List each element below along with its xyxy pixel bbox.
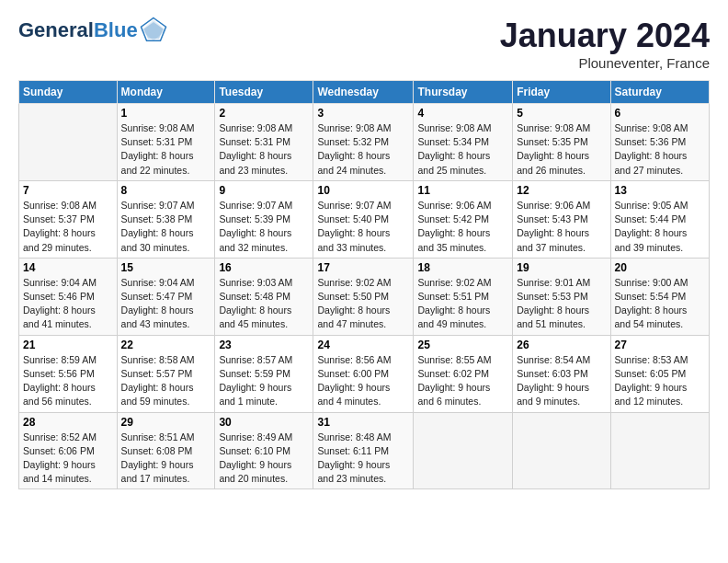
cell-content: Sunrise: 9:05 AMSunset: 5:44 PMDaylight:… — [615, 199, 705, 255]
day-number: 13 — [615, 184, 705, 197]
day-header-thursday: Thursday — [414, 81, 513, 104]
calendar-week-4: 21Sunrise: 8:59 AMSunset: 5:56 PMDayligh… — [19, 335, 710, 412]
location: Plouneventer, France — [500, 55, 710, 71]
calendar-header-row: SundayMondayTuesdayWednesdayThursdayFrid… — [19, 81, 710, 104]
calendar-cell — [414, 412, 513, 489]
calendar-cell: 17Sunrise: 9:02 AMSunset: 5:50 PMDayligh… — [313, 258, 414, 335]
logo-text: GeneralBlue — [18, 19, 138, 41]
cell-content: Sunrise: 9:02 AMSunset: 5:50 PMDaylight:… — [317, 276, 409, 332]
cell-content: Sunrise: 8:51 AMSunset: 6:08 PMDaylight:… — [121, 431, 211, 487]
calendar-cell: 28Sunrise: 8:52 AMSunset: 6:06 PMDayligh… — [19, 412, 118, 489]
day-number: 25 — [417, 339, 508, 351]
day-header-sunday: Sunday — [19, 81, 118, 104]
day-number: 21 — [23, 339, 113, 351]
day-number: 8 — [121, 184, 211, 197]
cell-content: Sunrise: 9:02 AMSunset: 5:51 PMDaylight:… — [417, 276, 508, 332]
day-number: 12 — [517, 184, 606, 197]
day-header-wednesday: Wednesday — [313, 81, 414, 104]
cell-content: Sunrise: 8:55 AMSunset: 6:02 PMDaylight:… — [417, 353, 508, 409]
day-number: 27 — [615, 339, 705, 351]
calendar-cell: 7Sunrise: 9:08 AMSunset: 5:37 PMDaylight… — [19, 180, 118, 258]
calendar-cell: 22Sunrise: 8:58 AMSunset: 5:57 PMDayligh… — [117, 335, 215, 412]
calendar-cell: 27Sunrise: 8:53 AMSunset: 6:05 PMDayligh… — [610, 335, 709, 412]
calendar-cell: 9Sunrise: 9:07 AMSunset: 5:39 PMDaylight… — [215, 180, 313, 258]
calendar-week-1: 1Sunrise: 9:08 AMSunset: 5:31 PMDaylight… — [19, 104, 710, 181]
cell-content: Sunrise: 8:54 AMSunset: 6:03 PMDaylight:… — [517, 353, 606, 409]
day-number: 1 — [121, 107, 211, 120]
day-header-saturday: Saturday — [610, 81, 709, 104]
cell-content: Sunrise: 9:01 AMSunset: 5:53 PMDaylight:… — [517, 276, 606, 332]
cell-content: Sunrise: 9:08 AMSunset: 5:35 PMDaylight:… — [517, 121, 606, 178]
calendar-cell: 10Sunrise: 9:07 AMSunset: 5:40 PMDayligh… — [313, 180, 414, 258]
day-number: 2 — [219, 107, 309, 120]
calendar-cell — [19, 104, 118, 181]
title-block: January 2024 Plouneventer, France — [500, 17, 710, 71]
page-header: GeneralBlue January 2024 Plouneventer, F… — [18, 17, 710, 71]
cell-content: Sunrise: 8:56 AMSunset: 6:00 PMDaylight:… — [317, 353, 409, 409]
day-header-tuesday: Tuesday — [215, 81, 313, 104]
cell-content: Sunrise: 9:07 AMSunset: 5:40 PMDaylight:… — [317, 199, 409, 255]
cell-content: Sunrise: 8:58 AMSunset: 5:57 PMDaylight:… — [121, 353, 211, 409]
calendar-cell: 12Sunrise: 9:06 AMSunset: 5:43 PMDayligh… — [513, 180, 610, 258]
calendar-week-3: 14Sunrise: 9:04 AMSunset: 5:46 PMDayligh… — [19, 258, 710, 335]
day-number: 15 — [121, 261, 211, 274]
calendar-cell: 20Sunrise: 9:00 AMSunset: 5:54 PMDayligh… — [610, 258, 709, 335]
calendar-cell: 3Sunrise: 9:08 AMSunset: 5:32 PMDaylight… — [313, 104, 414, 181]
cell-content: Sunrise: 9:08 AMSunset: 5:31 PMDaylight:… — [219, 121, 309, 178]
month-title: January 2024 — [500, 17, 710, 55]
calendar-body: 1Sunrise: 9:08 AMSunset: 5:31 PMDaylight… — [19, 104, 710, 489]
calendar-cell: 19Sunrise: 9:01 AMSunset: 5:53 PMDayligh… — [513, 258, 610, 335]
cell-content: Sunrise: 8:57 AMSunset: 5:59 PMDaylight:… — [219, 353, 309, 409]
day-number: 9 — [219, 184, 309, 197]
calendar-cell: 2Sunrise: 9:08 AMSunset: 5:31 PMDaylight… — [215, 104, 313, 181]
cell-content: Sunrise: 8:59 AMSunset: 5:56 PMDaylight:… — [23, 353, 113, 409]
day-number: 4 — [417, 107, 508, 120]
calendar-cell — [513, 412, 610, 489]
day-header-monday: Monday — [117, 81, 215, 104]
day-number: 23 — [219, 339, 309, 351]
day-number: 3 — [317, 107, 409, 120]
day-number: 10 — [317, 184, 409, 197]
day-number: 5 — [517, 107, 606, 120]
calendar-cell: 18Sunrise: 9:02 AMSunset: 5:51 PMDayligh… — [414, 258, 513, 335]
cell-content: Sunrise: 9:08 AMSunset: 5:34 PMDaylight:… — [417, 121, 508, 178]
calendar-table: SundayMondayTuesdayWednesdayThursdayFrid… — [18, 80, 710, 489]
calendar-week-2: 7Sunrise: 9:08 AMSunset: 5:37 PMDaylight… — [19, 180, 710, 258]
calendar-cell: 30Sunrise: 8:49 AMSunset: 6:10 PMDayligh… — [215, 412, 313, 489]
day-number: 29 — [121, 416, 211, 429]
calendar-cell: 13Sunrise: 9:05 AMSunset: 5:44 PMDayligh… — [610, 180, 709, 258]
calendar-cell: 29Sunrise: 8:51 AMSunset: 6:08 PMDayligh… — [117, 412, 215, 489]
calendar-cell: 15Sunrise: 9:04 AMSunset: 5:47 PMDayligh… — [117, 258, 215, 335]
cell-content: Sunrise: 8:52 AMSunset: 6:06 PMDaylight:… — [23, 431, 113, 487]
cell-content: Sunrise: 9:08 AMSunset: 5:31 PMDaylight:… — [121, 121, 211, 178]
calendar-cell: 14Sunrise: 9:04 AMSunset: 5:46 PMDayligh… — [19, 258, 118, 335]
cell-content: Sunrise: 9:08 AMSunset: 5:36 PMDaylight:… — [615, 121, 705, 178]
day-number: 20 — [615, 261, 705, 274]
cell-content: Sunrise: 9:04 AMSunset: 5:47 PMDaylight:… — [121, 276, 211, 332]
cell-content: Sunrise: 8:53 AMSunset: 6:05 PMDaylight:… — [615, 353, 705, 409]
cell-content: Sunrise: 8:49 AMSunset: 6:10 PMDaylight:… — [219, 431, 309, 487]
day-number: 7 — [23, 184, 113, 197]
day-number: 6 — [615, 107, 705, 120]
day-header-friday: Friday — [513, 81, 610, 104]
day-number: 17 — [317, 261, 409, 274]
day-number: 31 — [317, 416, 409, 429]
calendar-cell: 31Sunrise: 8:48 AMSunset: 6:11 PMDayligh… — [313, 412, 414, 489]
calendar-cell: 25Sunrise: 8:55 AMSunset: 6:02 PMDayligh… — [414, 335, 513, 412]
cell-content: Sunrise: 9:06 AMSunset: 5:43 PMDaylight:… — [517, 199, 606, 255]
cell-content: Sunrise: 8:48 AMSunset: 6:11 PMDaylight:… — [317, 431, 409, 487]
logo-icon — [140, 17, 167, 44]
cell-content: Sunrise: 9:00 AMSunset: 5:54 PMDaylight:… — [615, 276, 705, 332]
calendar-cell: 6Sunrise: 9:08 AMSunset: 5:36 PMDaylight… — [610, 104, 709, 181]
day-number: 30 — [219, 416, 309, 429]
cell-content: Sunrise: 9:08 AMSunset: 5:37 PMDaylight:… — [23, 199, 113, 255]
day-number: 19 — [517, 261, 606, 274]
calendar-cell: 11Sunrise: 9:06 AMSunset: 5:42 PMDayligh… — [414, 180, 513, 258]
calendar-cell — [610, 412, 709, 489]
day-number: 14 — [23, 261, 113, 274]
day-number: 11 — [417, 184, 508, 197]
day-number: 18 — [417, 261, 508, 274]
svg-marker-2 — [143, 22, 163, 39]
day-number: 16 — [219, 261, 309, 274]
calendar-week-5: 28Sunrise: 8:52 AMSunset: 6:06 PMDayligh… — [19, 412, 710, 489]
